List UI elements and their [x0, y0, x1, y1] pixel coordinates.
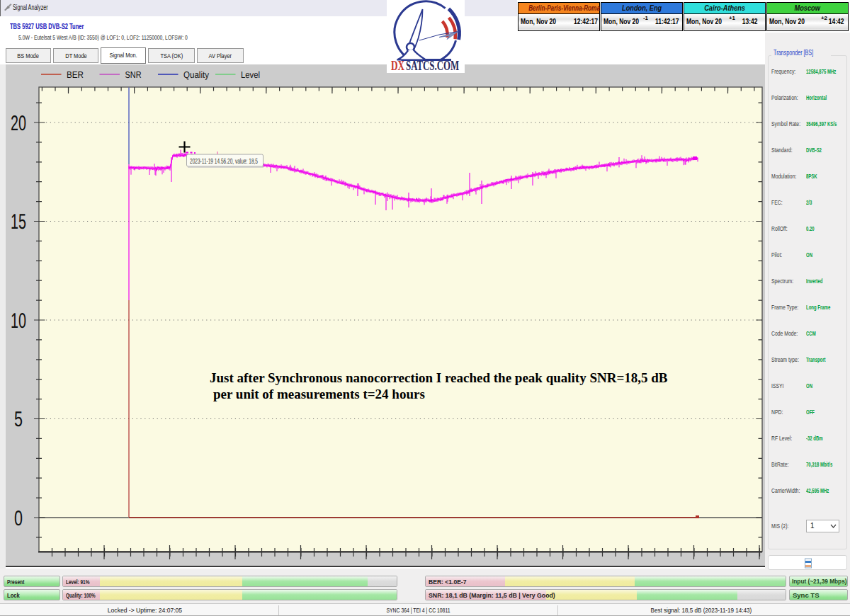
svg-text:SATCS.COM: SATCS.COM: [406, 58, 459, 73]
svg-text:15: 15: [11, 210, 26, 234]
svg-text:2023-11-19 14.56.20, value: 18: 2023-11-19 14.56.20, value: 18,5: [190, 157, 258, 166]
svg-text:BER: BER: [67, 69, 84, 80]
svg-text:DX: DX: [391, 58, 404, 73]
svg-text:20: 20: [11, 112, 26, 135]
svg-text:Quality: Quality: [183, 69, 209, 80]
svg-text:SNR: SNR: [125, 69, 142, 80]
svg-text:5: 5: [14, 408, 23, 431]
svg-text:10: 10: [11, 309, 26, 333]
svg-text:Level: Level: [241, 69, 260, 80]
svg-text:0: 0: [14, 507, 23, 530]
